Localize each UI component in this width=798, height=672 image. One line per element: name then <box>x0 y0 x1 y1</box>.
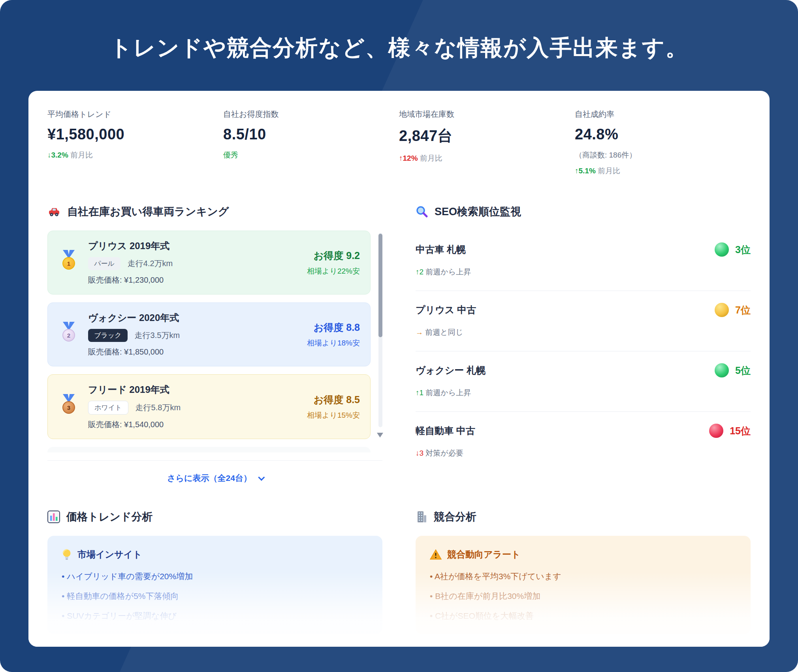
kpi-row: 平均価格トレンド ¥1,580,000 ↓3.2% 前月比 自社お得度指数 8.… <box>47 109 751 176</box>
deal-score: お得度 9.2 相場より22%安 <box>307 249 360 276</box>
seo-header: SEO検索順位監視 <box>416 205 751 219</box>
kpi-change-suffix: 前月比 <box>598 167 620 175</box>
medal-rank-number: 3 <box>62 401 75 414</box>
vehicle-card-3[interactable]: 3 フリード 2019年式 ホワイト 走行5.8万km 販売価格: ¥1,540… <box>47 374 371 439</box>
kpi-label: 自社お得度指数 <box>223 109 399 120</box>
kpi-change-suffix: 前月比 <box>70 151 93 159</box>
vehicle-price: 販売価格: ¥1,230,000 <box>88 275 307 285</box>
kpi-value: 24.8% <box>575 126 751 143</box>
kpi-change: ↑5.1% <box>575 167 596 175</box>
ranking-title: 自社在庫お買い得車両ランキング <box>67 205 229 219</box>
dashboard-card: 平均価格トレンド ¥1,580,000 ↓3.2% 前月比 自社お得度指数 8.… <box>28 91 770 647</box>
kpi-change-suffix: 前月比 <box>420 154 442 162</box>
gold-medal-icon: 1 <box>58 249 79 276</box>
alert-item: A社が価格を平均3%下げています <box>430 571 736 582</box>
kpi-label: 平均価格トレンド <box>47 109 223 120</box>
seo-change-delta: ↑2 <box>416 268 423 276</box>
search-icon <box>416 205 428 218</box>
kpi-note: （商談数: 186件） <box>575 150 751 160</box>
seo-keyword: 軽自動車 中古 <box>416 424 475 437</box>
kpi-average-price-trend: 平均価格トレンド ¥1,580,000 ↓3.2% 前月比 <box>47 109 223 176</box>
seo-row-1: 中古車 札幌 3位 ↑2 前週から上昇 <box>416 231 751 291</box>
ranking-header: 自社在庫お買い得車両ランキング <box>47 205 382 219</box>
section-price-trend: 価格トレンド分析 市場インサイト ハイブリッド車の需要 <box>47 510 382 647</box>
section-competitor-analysis: 競合分析 競合動向アラート A社が価格を平均3%下げています B <box>416 510 751 647</box>
show-more-link[interactable]: さらに表示（全24台） <box>47 461 382 486</box>
section-seo-monitoring: SEO検索順位監視 中古車 札幌 3位 ↑2 前週から上昇 <box>416 205 751 486</box>
insight-item: ハイブリッド車の需要が20%増加 <box>62 571 368 582</box>
kpi-closing-rate: 自社成約率 24.8% （商談数: 186件） ↑5.1% 前月比 <box>575 109 751 176</box>
kpi-status: 優秀 <box>223 150 399 160</box>
vehicle-info: フリード 2019年式 ホワイト 走行5.8万km 販売価格: ¥1,540,0… <box>88 383 307 430</box>
kpi-market-inventory: 地域市場在庫数 2,847台 ↑12% 前月比 <box>399 109 575 176</box>
insight-item: SUVカテゴリーが堅調な伸び <box>62 610 368 621</box>
vehicle-card-2[interactable]: 2 ヴォクシー 2020年式 ブラック 走行3.5万km 販売価格: ¥1,85… <box>47 302 371 366</box>
deal-score-value: お得度 8.5 <box>307 393 360 406</box>
deal-score-number: 9.2 <box>346 250 360 261</box>
seo-change-text: 前週と同じ <box>425 328 463 336</box>
seo-rank-value: 7位 <box>735 304 751 317</box>
price-trend-title: 価格トレンド分析 <box>66 510 153 524</box>
kpi-change-line: ↓3.2% 前月比 <box>47 150 223 160</box>
chevron-down-icon <box>258 474 265 481</box>
vehicle-ranking-list: 1 プリウス 2019年式 パール 走行4.2万km 販売価格: ¥1,230,… <box>47 231 382 452</box>
vehicle-info: プリウス 2019年式 パール 走行4.2万km 販売価格: ¥1,230,00… <box>88 240 307 285</box>
page-background: トレンドや競合分析など、様々な情報が入手出来ます。 平均価格トレンド ¥1,58… <box>0 0 798 672</box>
kpi-change-line: ↑12% 前月比 <box>399 153 575 163</box>
color-badge: パール <box>88 257 120 270</box>
seo-change-text: 前週から上昇 <box>425 389 471 397</box>
alert-item: C社がSEO順位を大幅改善 <box>430 610 736 621</box>
deal-score-value: お得度 8.8 <box>307 321 360 334</box>
insight-item: 軽自動車の価格が5%下落傾向 <box>62 591 368 602</box>
vehicle-card-partial <box>47 447 371 452</box>
color-badge: ホワイト <box>88 401 128 415</box>
seo-keyword: プリウス 中古 <box>416 304 476 316</box>
deal-score-value: お得度 9.2 <box>307 249 360 262</box>
status-sphere-green-icon <box>715 242 729 257</box>
seo-change-delta: ↑1 <box>416 389 423 397</box>
vehicle-info: ヴォクシー 2020年式 ブラック 走行3.5万km 販売価格: ¥1,850,… <box>88 312 307 357</box>
kpi-deal-index: 自社お得度指数 8.5/10 優秀 <box>223 109 399 176</box>
vehicle-meta: パール 走行4.2万km <box>88 257 307 270</box>
scrollbar-down-arrow[interactable] <box>377 433 383 437</box>
vehicle-card-1[interactable]: 1 プリウス 2019年式 パール 走行4.2万km 販売価格: ¥1,230,… <box>47 231 371 295</box>
vehicle-name: フリード 2019年式 <box>88 383 307 396</box>
price-increase-box: 価格上昇率 +8.2% ハイブリッド車 <box>47 645 210 647</box>
car-icon <box>47 205 61 218</box>
seo-change-line: ↓3 対策が必要 <box>416 448 751 458</box>
seo-rank-value: 3位 <box>735 243 751 256</box>
market-comparison: 相場より18%安 <box>307 338 360 348</box>
seo-row-4: 軽自動車 中古 15位 ↓3 対策が必要 <box>416 412 751 472</box>
kpi-value: ¥1,580,000 <box>47 126 223 143</box>
medal-rank-number: 1 <box>62 257 75 270</box>
warning-icon <box>430 549 442 560</box>
price-decrease-box: 価格下落率 -5.1% 軽自動車 <box>220 645 382 647</box>
competitor-alert-box: 競合動向アラート A社が価格を平均3%下げています B社の在庫が前月比30%増加… <box>416 536 751 634</box>
seo-row-2: プリウス 中古 7位 → 前週と同じ <box>416 291 751 351</box>
market-insight-box: 市場インサイト ハイブリッド車の需要が20%増加 軽自動車の価格が5%下落傾向 … <box>47 536 382 634</box>
seo-change-text: 対策が必要 <box>425 449 463 457</box>
seo-change-delta: → <box>416 328 423 336</box>
show-more-label: さらに表示（全24台） <box>167 473 252 482</box>
vehicle-price: 販売価格: ¥1,850,000 <box>88 347 307 357</box>
vehicle-meta: ホワイト 走行5.8万km <box>88 401 307 415</box>
status-sphere-yellow-icon <box>715 303 729 317</box>
scrollbar-thumb[interactable] <box>378 234 382 337</box>
seo-change-line: → 前週と同じ <box>416 327 751 338</box>
alert-box-title: 競合動向アラート <box>430 548 736 561</box>
building-icon <box>416 511 427 523</box>
kpi-change: ↑12% <box>399 154 418 162</box>
kpi-value: 8.5/10 <box>223 126 399 143</box>
seo-title: SEO検索順位監視 <box>435 205 521 219</box>
deal-score-number: 8.8 <box>346 322 360 333</box>
seo-keyword: 中古車 札幌 <box>416 243 466 256</box>
seo-keyword: ヴォクシー 札幌 <box>416 364 486 377</box>
seo-change-line: ↑1 前週から上昇 <box>416 388 751 398</box>
deal-score: お得度 8.5 相場より15%安 <box>307 393 360 420</box>
deal-score-label: お得度 <box>314 250 344 261</box>
seo-change-text: 前週から上昇 <box>425 268 471 276</box>
deal-score-number: 8.5 <box>346 394 360 405</box>
market-comparison: 相場より15%安 <box>307 410 360 420</box>
deal-score: お得度 8.8 相場より18%安 <box>307 321 360 348</box>
seo-change-line: ↑2 前週から上昇 <box>416 267 751 277</box>
